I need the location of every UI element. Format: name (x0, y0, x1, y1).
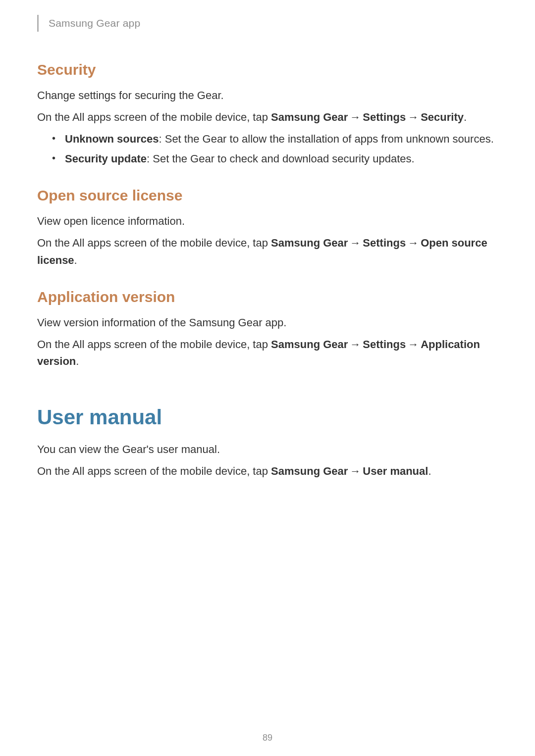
period: . (464, 111, 467, 123)
arrow-icon: → (406, 111, 421, 123)
nav-prefix: On the All apps screen of the mobile dev… (37, 465, 271, 477)
security-nav-line: On the All apps screen of the mobile dev… (37, 109, 498, 126)
heading-security: Security (37, 61, 498, 78)
heading-open-source-license: Open source license (37, 187, 498, 204)
arrow-icon: → (348, 111, 363, 123)
nav-target: Security (421, 111, 464, 123)
header-section-title: Samsung Gear app (49, 17, 140, 29)
period: . (76, 355, 79, 367)
security-bullet-list: Unknown sources: Set the Gear to allow t… (37, 131, 498, 167)
nav-settings: Settings (363, 111, 406, 123)
bullet-label: Unknown sources (65, 133, 159, 145)
arrow-icon: → (348, 338, 363, 351)
heading-application-version: Application version (37, 289, 498, 305)
list-item: Unknown sources: Set the Gear to allow t… (52, 131, 498, 148)
security-intro: Change settings for securing the Gear. (37, 87, 498, 104)
manual-page: Samsung Gear app Security Change setting… (0, 0, 535, 756)
bullet-desc: : Set the Gear to check and download sec… (147, 152, 415, 165)
nav-app: Samsung Gear (271, 111, 348, 123)
page-header: Samsung Gear app (37, 15, 498, 32)
bullet-label: Security update (65, 152, 147, 165)
open-source-nav-line: On the All apps screen of the mobile dev… (37, 235, 498, 268)
arrow-icon: → (348, 465, 363, 477)
nav-prefix: On the All apps screen of the mobile dev… (37, 111, 271, 123)
app-version-nav-line: On the All apps screen of the mobile dev… (37, 336, 498, 370)
bullet-desc: : Set the Gear to allow the installation… (159, 133, 493, 145)
section-open-source-license: Open source license View open licence in… (37, 187, 498, 268)
header-divider-bar (37, 15, 39, 32)
user-manual-nav-line: On the All apps screen of the mobile dev… (37, 463, 498, 480)
arrow-icon: → (406, 237, 421, 249)
user-manual-intro: You can view the Gear's user manual. (37, 441, 498, 458)
arrow-icon: → (406, 338, 421, 351)
section-user-manual: User manual You can view the Gear's user… (37, 405, 498, 480)
app-version-intro: View version information of the Samsung … (37, 314, 498, 331)
page-number: 89 (0, 733, 535, 743)
list-item: Security update: Set the Gear to check a… (52, 151, 498, 167)
period: . (428, 465, 431, 477)
nav-settings: Settings (363, 338, 406, 351)
nav-prefix: On the All apps screen of the mobile dev… (37, 338, 271, 351)
open-source-intro: View open licence information. (37, 213, 498, 230)
section-security: Security Change settings for securing th… (37, 61, 498, 167)
nav-app: Samsung Gear (271, 237, 348, 249)
heading-user-manual: User manual (37, 405, 498, 429)
nav-settings: Settings (363, 237, 406, 249)
nav-target: User manual (363, 465, 428, 477)
nav-prefix: On the All apps screen of the mobile dev… (37, 237, 271, 249)
section-application-version: Application version View version informa… (37, 289, 498, 370)
period: . (74, 254, 77, 266)
nav-app: Samsung Gear (271, 338, 348, 351)
arrow-icon: → (348, 237, 363, 249)
nav-app: Samsung Gear (271, 465, 348, 477)
